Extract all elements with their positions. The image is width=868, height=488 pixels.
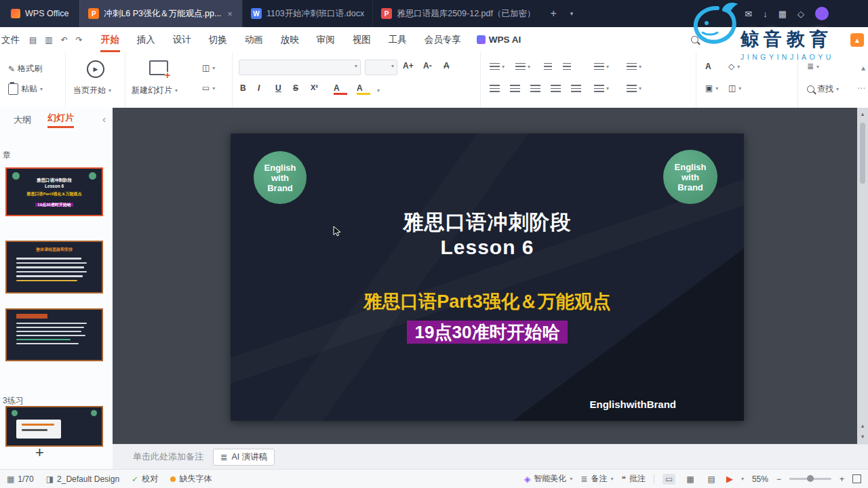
clear-format-button[interactable]: A: [443, 61, 457, 70]
increase-font-button[interactable]: A+: [403, 61, 416, 70]
slide-thumbnail-2[interactable]: 整体课程思路和安排: [5, 241, 103, 293]
wps-home-button[interactable]: WPS Office: [0, 0, 79, 27]
slide-layout-button[interactable]: ◫ ▾: [202, 63, 215, 73]
font-color-button[interactable]: A: [334, 83, 347, 95]
find-button[interactable]: 查找 ▾: [807, 83, 839, 95]
align-right-button[interactable]: [530, 85, 540, 92]
collapse-panel-icon[interactable]: ‹: [102, 113, 106, 125]
slide-thumbnail-3[interactable]: [5, 308, 103, 361]
bold-button[interactable]: B: [240, 83, 254, 93]
more-font-tools-icon[interactable]: ▾: [377, 87, 380, 94]
menu-file[interactable]: 文件: [0, 34, 26, 46]
increase-indent-button[interactable]: [563, 63, 571, 70]
next-slide-icon[interactable]: ▾: [857, 433, 868, 440]
columns-button[interactable]: ▾: [627, 63, 642, 70]
download-icon[interactable]: ↓: [763, 9, 768, 19]
zoom-level[interactable]: 55%: [752, 474, 768, 484]
undo-icon[interactable]: ↶: [61, 35, 68, 45]
save-icon[interactable]: ▤: [29, 35, 37, 45]
menu-view[interactable]: 视图: [344, 27, 380, 52]
play-slideshow-icon[interactable]: ▶: [726, 474, 733, 484]
comments-button[interactable]: ❝ 批注: [621, 473, 645, 485]
redo-icon[interactable]: ↷: [76, 35, 83, 45]
menu-member[interactable]: 会员专享: [416, 27, 470, 52]
normal-view-icon[interactable]: ▭: [663, 474, 675, 485]
superscript-button[interactable]: X²: [311, 83, 324, 92]
mail-icon[interactable]: ✉: [745, 9, 752, 19]
document-tab-presentation[interactable]: P 冲刺L6 P3强化＆万能观点.pp... ×: [79, 0, 242, 27]
quick-style-button[interactable]: ◫▾: [728, 83, 741, 93]
menu-tools[interactable]: 工具: [380, 27, 416, 52]
menu-design[interactable]: 设计: [164, 27, 200, 52]
zoom-slider-knob[interactable]: [807, 475, 814, 482]
ai-speech-button[interactable]: ≣ AI 演讲稿: [213, 449, 275, 466]
align-objects-button[interactable]: ▾: [627, 85, 642, 92]
fullscreen-icon[interactable]: [852, 474, 861, 483]
notes-placeholder[interactable]: 单击此处添加备注: [133, 451, 203, 463]
justify-button[interactable]: [551, 85, 561, 92]
reading-view-icon[interactable]: ▤: [705, 474, 718, 485]
proofing-button[interactable]: ✓ 校对: [132, 473, 158, 485]
missing-font-warning[interactable]: 缺失字体: [170, 473, 212, 485]
section-label[interactable]: 章: [3, 150, 11, 161]
zoom-slider[interactable]: [789, 478, 831, 480]
tab-outline[interactable]: 大纲: [14, 114, 31, 126]
document-tab-pdf[interactable]: P 雅思口语题库2509-12.pdf（已加密）: [372, 0, 543, 27]
line-spacing-button[interactable]: ▾: [594, 63, 609, 70]
distribute-button[interactable]: [571, 85, 581, 92]
menu-wps-ai[interactable]: WPS AI: [470, 35, 528, 45]
new-slide-icon[interactable]: [149, 60, 168, 75]
numbering-button[interactable]: ▾: [515, 63, 530, 70]
slide-canvas[interactable]: English with Brand English with Brand 雅思…: [231, 134, 744, 421]
text-box-button[interactable]: A: [705, 62, 719, 71]
select-button[interactable]: ≣▾: [807, 62, 819, 71]
upgrade-icon[interactable]: ▴: [850, 33, 864, 47]
menu-animation[interactable]: 动画: [236, 27, 272, 52]
decrease-indent-button[interactable]: [544, 63, 552, 70]
slide-thumbnail-1[interactable]: 雅思口语冲刺阶段 Lesson 6 雅思口语Part3强化＆万能观点 19点30…: [5, 167, 103, 216]
menu-review[interactable]: 审阅: [308, 27, 344, 52]
new-slide-button[interactable]: 新建幻灯片 ▾: [132, 85, 178, 96]
menu-home[interactable]: 开始: [92, 27, 128, 52]
menu-insert[interactable]: 插入: [128, 27, 164, 52]
format-painter-button[interactable]: ✎ 格式刷: [8, 63, 42, 75]
text-direction-button[interactable]: ▾: [594, 85, 609, 92]
zoom-in-icon[interactable]: +: [840, 474, 844, 484]
previous-slide-icon[interactable]: ▴: [857, 422, 868, 429]
underline-button[interactable]: U: [275, 83, 289, 93]
smart-beautify-button[interactable]: ◈ 智能美化 ▾: [524, 473, 572, 485]
ribbon-more-icon[interactable]: ⋯: [857, 83, 865, 93]
tab-slides[interactable]: 幻灯片: [47, 112, 74, 128]
slide-sorter-view-icon[interactable]: ▦: [684, 474, 696, 485]
strikethrough-button[interactable]: S: [293, 83, 307, 93]
section-label[interactable]: 3练习: [3, 395, 24, 407]
menu-transition[interactable]: 切换: [200, 27, 236, 52]
highlight-color-button[interactable]: A: [357, 83, 370, 95]
avatar[interactable]: [815, 7, 829, 20]
scrollbar-thumb[interactable]: [860, 123, 865, 184]
notes-button[interactable]: ≣ 备注 ▾: [580, 473, 613, 485]
add-slide-button[interactable]: +: [35, 444, 44, 462]
scroll-up-icon[interactable]: ▴: [857, 108, 868, 117]
arrange-button[interactable]: ▣▾: [705, 83, 718, 93]
decrease-font-button[interactable]: A-: [423, 61, 437, 70]
vertical-scrollbar[interactable]: ▴ ▴ ▾: [857, 108, 868, 444]
tab-list-chevron-icon[interactable]: ▾: [564, 0, 580, 27]
slide-thumbnail-4[interactable]: [5, 406, 103, 447]
bullets-button[interactable]: ▾: [490, 63, 505, 70]
member-diamond-icon[interactable]: ◇: [797, 9, 804, 19]
search-icon[interactable]: [691, 36, 698, 43]
font-family-select[interactable]: [239, 60, 361, 75]
font-size-select[interactable]: [365, 60, 397, 75]
play-from-current-icon[interactable]: ▶: [87, 60, 104, 78]
menu-slideshow[interactable]: 放映: [272, 27, 308, 52]
paste-button[interactable]: 粘贴 ▾: [8, 83, 43, 95]
design-template[interactable]: ◨ 2_Default Design: [46, 474, 119, 484]
close-tab-icon[interactable]: ×: [226, 9, 234, 19]
new-tab-button[interactable]: +: [543, 0, 563, 27]
align-left-button[interactable]: [490, 85, 500, 92]
shapes-button[interactable]: ◇▾: [728, 62, 740, 71]
slide-section-button[interactable]: ▭ ▾: [202, 83, 215, 93]
zoom-out-icon[interactable]: −: [776, 474, 781, 484]
print-icon[interactable]: ▥: [45, 35, 52, 45]
